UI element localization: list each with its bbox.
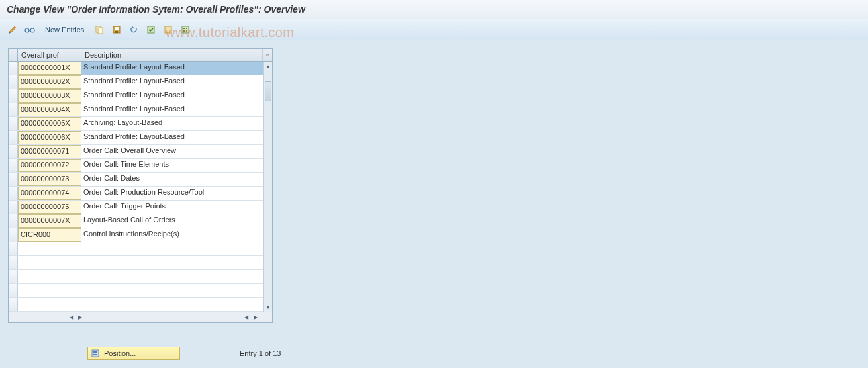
cell-prof[interactable]: 00000000003X [18, 89, 81, 103]
table-row[interactable]: 000000000075Order Call: Trigger Points [9, 201, 263, 214]
cell-desc[interactable]: Standard Profile: Layout-Based [81, 103, 263, 116]
cell-prof[interactable]: 000000000074 [18, 187, 81, 200]
row-selector[interactable] [9, 89, 18, 103]
cell-prof[interactable]: 00000000001X [18, 62, 81, 75]
table-row[interactable] [9, 256, 263, 270]
table-row[interactable] [9, 242, 263, 256]
hscroll-left-icon[interactable]: ◀ [68, 313, 75, 322]
cell-desc[interactable]: Standard Profile: Layout-Based [81, 62, 263, 75]
table-row[interactable]: 00000000002XStandard Profile: Layout-Bas… [9, 75, 263, 89]
table-row[interactable]: 00000000004XStandard Profile: Layout-Bas… [9, 103, 263, 117]
table-row[interactable] [9, 298, 263, 312]
table-row[interactable]: 00000000003XStandard Profile: Layout-Bas… [9, 89, 263, 103]
cell-desc[interactable] [81, 298, 263, 311]
cell-prof[interactable]: 00000000004X [18, 103, 81, 116]
hscroll-right-icon[interactable]: ▶ [76, 313, 84, 322]
row-selector[interactable] [9, 131, 18, 144]
table-row[interactable]: 00000000001XStandard Profile: Layout-Bas… [9, 62, 263, 75]
horizontal-scrollbar[interactable]: ◀ ▶ ◀ ▶ [9, 312, 272, 322]
cell-prof[interactable]: 000000000073 [18, 173, 81, 186]
cell-desc[interactable]: Order Call: Production Resource/Tool [81, 187, 263, 200]
cell-desc[interactable]: Layout-Based Call of Orders [81, 214, 263, 228]
cell-desc[interactable]: Order Call: Trigger Points [81, 201, 263, 214]
new-entries-button[interactable]: New Entries [40, 23, 89, 37]
deselect-all-icon[interactable] [161, 23, 175, 37]
row-selector[interactable] [9, 201, 18, 214]
table-row[interactable]: 000000000074Order Call: Production Resou… [9, 187, 263, 201]
table-row[interactable]: 000000000071Order Call: Overall Overview [9, 145, 263, 159]
cell-prof[interactable] [18, 284, 81, 297]
select-all-icon[interactable] [144, 23, 158, 37]
row-selector[interactable] [9, 270, 18, 283]
row-selector[interactable] [9, 103, 18, 116]
cell-prof[interactable] [18, 270, 81, 283]
table-row[interactable]: 000000000072Order Call: Time Elements [9, 159, 263, 173]
row-selector[interactable] [9, 228, 18, 242]
scroll-thumb[interactable] [265, 81, 271, 101]
toggle-edit-icon[interactable] [5, 23, 20, 37]
svg-rect-10 [183, 28, 185, 29]
cell-prof[interactable]: 00000000006X [18, 131, 81, 144]
cell-prof[interactable]: CICR000 [18, 228, 81, 242]
cell-desc[interactable]: Standard Profile: Layout-Based [81, 75, 263, 89]
table-row[interactable]: 00000000007XLayout-Based Call of Orders [9, 214, 263, 228]
row-selector[interactable] [9, 159, 18, 172]
row-selector[interactable] [9, 75, 18, 89]
row-selector-header[interactable] [9, 49, 18, 61]
column-header-prof[interactable]: Overall prof [18, 49, 81, 61]
cell-desc[interactable]: Order Call: Dates [81, 173, 263, 186]
table-row[interactable]: 000000000073Order Call: Dates [9, 173, 263, 187]
cell-desc[interactable] [81, 284, 263, 297]
glasses-icon[interactable] [23, 23, 37, 37]
cell-desc[interactable] [81, 242, 263, 255]
cell-desc[interactable]: Standard Profile: Layout-Based [81, 89, 263, 103]
position-button[interactable]: Position... [87, 347, 180, 360]
row-selector[interactable] [9, 145, 18, 158]
row-selector[interactable] [9, 284, 18, 297]
row-selector[interactable] [9, 242, 18, 255]
copy-icon[interactable] [92, 23, 107, 37]
cell-prof[interactable]: 00000000007X [18, 214, 81, 228]
cell-desc[interactable]: Order Call: Overall Overview [81, 145, 263, 158]
cell-desc[interactable]: Standard Profile: Layout-Based [81, 131, 263, 144]
cell-prof[interactable]: 00000000005X [18, 117, 81, 130]
save-icon[interactable] [109, 23, 124, 37]
profiles-table: Overall prof Description 00000000001XSta… [8, 48, 273, 323]
cell-desc[interactable]: Order Call: Time Elements [81, 159, 263, 172]
row-selector[interactable] [9, 187, 18, 200]
cell-desc[interactable] [81, 270, 263, 283]
cell-prof[interactable]: 000000000072 [18, 159, 81, 172]
row-selector[interactable] [9, 62, 18, 75]
row-selector[interactable] [9, 256, 18, 269]
vertical-scrollbar[interactable]: ▲ ▼ [263, 62, 272, 312]
table-row[interactable] [9, 270, 263, 284]
cell-prof[interactable]: 00000000002X [18, 75, 81, 89]
row-selector[interactable] [9, 298, 18, 311]
column-header-desc[interactable]: Description [81, 49, 263, 61]
svg-rect-11 [186, 28, 187, 29]
cell-desc[interactable]: Archiving: Layout-Based [81, 117, 263, 130]
table-row[interactable] [9, 284, 263, 298]
cell-prof[interactable] [18, 298, 81, 311]
scroll-down-icon[interactable]: ▼ [264, 302, 273, 312]
cell-prof[interactable]: 000000000071 [18, 145, 81, 158]
table-row[interactable]: 00000000006XStandard Profile: Layout-Bas… [9, 131, 263, 145]
cell-prof[interactable] [18, 242, 81, 255]
cell-desc[interactable]: Control Instructions/Recipe(s) [81, 228, 263, 242]
cell-desc[interactable] [81, 256, 263, 269]
hscroll-right2-icon[interactable]: ▶ [251, 313, 260, 322]
config-icon[interactable] [178, 23, 193, 37]
cell-prof[interactable]: 000000000075 [18, 201, 81, 214]
table-row[interactable]: CICR000Control Instructions/Recipe(s) [9, 228, 263, 242]
svg-rect-13 [186, 30, 187, 32]
scroll-up-icon[interactable]: ▲ [264, 62, 273, 71]
row-selector[interactable] [9, 173, 18, 186]
hscroll-left2-icon[interactable]: ◀ [242, 313, 251, 322]
column-config-icon[interactable] [263, 49, 272, 61]
row-selector[interactable] [9, 117, 18, 130]
undo-icon[interactable] [126, 23, 141, 37]
table-row[interactable]: 00000000005XArchiving: Layout-Based [9, 117, 263, 131]
row-selector[interactable] [9, 214, 18, 228]
page-title: Change View "Order Information Sytem: Ov… [7, 4, 305, 15]
cell-prof[interactable] [18, 256, 81, 269]
